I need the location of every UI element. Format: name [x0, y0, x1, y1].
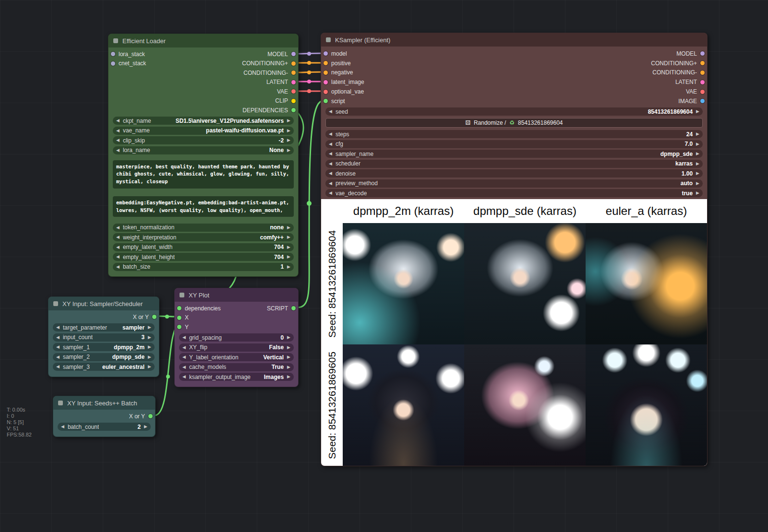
output-port-conditioning-plus[interactable] — [291, 61, 296, 66]
left-arrow-icon[interactable]: ◀ — [329, 152, 332, 156]
output-port-conditioning-plus[interactable] — [700, 61, 705, 65]
node-xy-input-sampler-scheduler[interactable]: XY Input: Sampler/Scheduler X or Y ◀ tar… — [48, 296, 159, 377]
output-port-clip[interactable] — [291, 99, 296, 103]
widget-ksampler-output-image[interactable]: ◀ ksampler_output_image Images ▶ — [179, 373, 294, 381]
right-arrow-icon[interactable]: ▶ — [696, 171, 699, 176]
input-port-y[interactable] — [177, 325, 181, 329]
right-arrow-icon[interactable]: ▶ — [287, 265, 290, 269]
right-arrow-icon[interactable]: ▶ — [148, 355, 151, 359]
left-arrow-icon[interactable]: ◀ — [329, 181, 332, 186]
right-arrow-icon[interactable]: ▶ — [696, 162, 699, 166]
widget-batch-size[interactable]: ◀ batch_size 1 ▶ — [113, 263, 294, 271]
node-efficient-loader[interactable]: Efficient Loader lora_stack MODEL cnet_s… — [108, 34, 299, 277]
input-port-x[interactable] — [177, 316, 181, 320]
right-arrow-icon[interactable]: ▶ — [148, 345, 151, 349]
widget-sampler-name[interactable]: ◀ sampler_name dpmpp_sde ▶ — [325, 150, 703, 158]
output-port-model[interactable] — [291, 52, 296, 56]
node-ksampler-efficient[interactable]: KSampler (Efficient) model MODEL positiv… — [321, 33, 708, 466]
widget-cfg[interactable]: ◀ cfg 7.0 ▶ — [325, 140, 703, 148]
output-port-image[interactable] — [700, 99, 705, 103]
left-arrow-icon[interactable]: ◀ — [116, 129, 120, 133]
widget-empty-latent-width[interactable]: ◀ empty_latent_width 704 ▶ — [113, 243, 294, 251]
widget-cache-models[interactable]: ◀ cache_models True ▶ — [179, 363, 294, 371]
widget-sampler-2[interactable]: ◀ sampler_2 dpmpp_sde ▶ — [53, 353, 155, 361]
left-arrow-icon[interactable]: ◀ — [329, 132, 332, 136]
node-header[interactable]: Efficient Loader — [108, 34, 298, 47]
widget-batch-count[interactable]: ◀ batch_count 2 ▶ — [58, 423, 151, 431]
collapse-icon[interactable] — [58, 401, 63, 405]
output-port-dependencies[interactable] — [291, 108, 296, 112]
node-xy-plot[interactable]: XY Plot dependencies SCRIPT X Y ◀ grid_s… — [174, 288, 299, 387]
left-arrow-icon[interactable]: ◀ — [56, 335, 60, 340]
left-arrow-icon[interactable]: ◀ — [329, 109, 332, 114]
left-arrow-icon[interactable]: ◀ — [56, 345, 60, 349]
right-arrow-icon[interactable]: ▶ — [148, 335, 151, 340]
widget-grid-spacing[interactable]: ◀ grid_spacing 0 ▶ — [179, 333, 294, 342]
widget-vae-decode[interactable]: ◀ vae_decode true ▶ — [325, 189, 703, 197]
right-arrow-icon[interactable]: ▶ — [287, 118, 290, 123]
negative-prompt-textarea[interactable]: embedding:EasyNegative.pt, embedding:bad… — [113, 196, 294, 217]
right-arrow-icon[interactable]: ▶ — [287, 255, 290, 259]
node-header[interactable]: KSampler (Efficient) — [321, 33, 707, 47]
output-port-x-or-y[interactable] — [152, 315, 156, 319]
right-arrow-icon[interactable]: ▶ — [287, 225, 290, 230]
widget-steps[interactable]: ◀ steps 24 ▶ — [325, 130, 703, 138]
collapse-icon[interactable] — [326, 37, 331, 42]
node-header[interactable]: XY Input: Sampler/Scheduler — [48, 297, 159, 310]
input-port-optional-vae[interactable] — [324, 90, 328, 94]
left-arrow-icon[interactable]: ◀ — [329, 162, 332, 166]
right-arrow-icon[interactable]: ▶ — [696, 109, 699, 114]
widget-weight-interpretation[interactable]: ◀ weight_interpretation comfy++ ▶ — [113, 233, 294, 241]
left-arrow-icon[interactable]: ◀ — [182, 355, 186, 359]
left-arrow-icon[interactable]: ◀ — [182, 345, 186, 350]
left-arrow-icon[interactable]: ◀ — [182, 365, 186, 369]
output-port-latent[interactable] — [700, 80, 705, 84]
left-arrow-icon[interactable]: ◀ — [116, 138, 120, 142]
right-arrow-icon[interactable]: ▶ — [287, 355, 290, 359]
left-arrow-icon[interactable]: ◀ — [329, 142, 332, 146]
widget-ckpt-name[interactable]: ◀ ckpt_name SD1.5\aniverse_V12Pruned.saf… — [113, 117, 294, 125]
right-arrow-icon[interactable]: ▶ — [148, 325, 151, 330]
input-port-positive[interactable] — [324, 61, 328, 65]
widget-denoise[interactable]: ◀ denoise 1.00 ▶ — [325, 169, 703, 177]
widget-token-normalization[interactable]: ◀ token_normalization none ▶ — [113, 224, 294, 232]
widget-lora-name[interactable]: ◀ lora_name None ▶ — [113, 146, 294, 154]
right-arrow-icon[interactable]: ▶ — [148, 365, 151, 369]
widget-xy-flip[interactable]: ◀ XY_flip False ▶ — [179, 343, 294, 352]
input-port-negative[interactable] — [324, 71, 328, 75]
collapse-icon[interactable] — [113, 38, 118, 43]
left-arrow-icon[interactable]: ◀ — [116, 118, 120, 123]
widget-target-parameter[interactable]: ◀ target_parameter sampler ▶ — [53, 323, 155, 331]
left-arrow-icon[interactable]: ◀ — [56, 325, 60, 330]
left-arrow-icon[interactable]: ◀ — [116, 148, 120, 153]
output-port-conditioning-minus[interactable] — [291, 71, 296, 75]
left-arrow-icon[interactable]: ◀ — [116, 235, 120, 239]
right-arrow-icon[interactable]: ▶ — [287, 245, 290, 249]
right-arrow-icon[interactable]: ▶ — [696, 191, 699, 195]
right-arrow-icon[interactable]: ▶ — [287, 129, 290, 133]
left-arrow-icon[interactable]: ◀ — [116, 265, 120, 269]
left-arrow-icon[interactable]: ◀ — [329, 171, 332, 176]
left-arrow-icon[interactable]: ◀ — [56, 355, 60, 359]
output-port-latent[interactable] — [291, 80, 296, 84]
left-arrow-icon[interactable]: ◀ — [116, 255, 120, 259]
left-arrow-icon[interactable]: ◀ — [329, 191, 332, 195]
collapse-icon[interactable] — [53, 301, 58, 306]
input-port-script[interactable] — [324, 99, 328, 103]
widget-input-count[interactable]: ◀ input_count 3 ▶ — [53, 333, 155, 342]
input-port-lora-stack[interactable] — [111, 52, 115, 56]
widget-scheduler[interactable]: ◀ scheduler karras ▶ — [325, 160, 703, 168]
widget-clip-skip[interactable]: ◀ clip_skip -2 ▶ — [113, 136, 294, 144]
output-port-script[interactable] — [291, 306, 296, 310]
input-port-model[interactable] — [324, 51, 328, 56]
right-arrow-icon[interactable]: ▶ — [144, 425, 147, 429]
right-arrow-icon[interactable]: ▶ — [287, 375, 290, 379]
positive-prompt-textarea[interactable]: masterpiece, best quality, haunted theme… — [113, 160, 294, 189]
right-arrow-icon[interactable]: ▶ — [287, 335, 290, 340]
widget-empty-latent-height[interactable]: ◀ empty_latent_height 704 ▶ — [113, 253, 294, 261]
widget-vae-name[interactable]: ◀ vae_name pastel-waifu-diffusion.vae.pt… — [113, 127, 294, 135]
left-arrow-icon[interactable]: ◀ — [182, 335, 186, 340]
input-port-latent-image[interactable] — [324, 80, 328, 84]
input-port-dependencies[interactable] — [177, 306, 181, 310]
output-port-conditioning-minus[interactable] — [700, 71, 705, 75]
